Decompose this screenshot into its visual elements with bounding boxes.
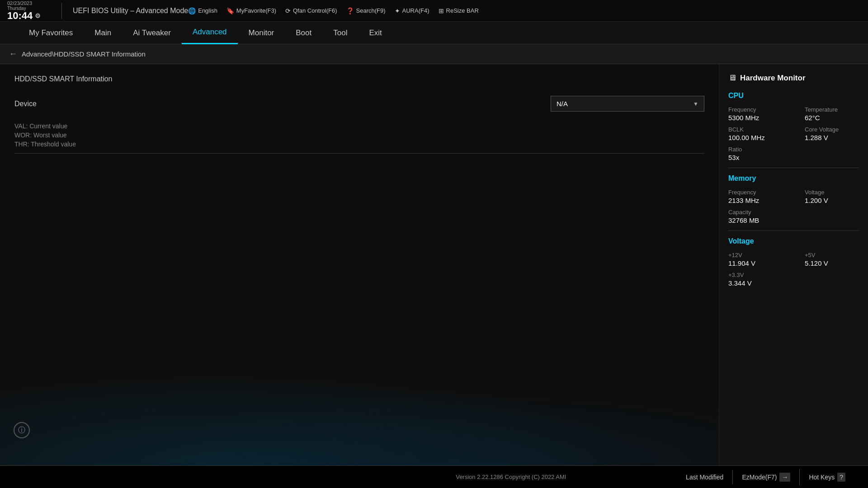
hw-mem-voltage-label: Voltage [805,189,859,196]
bios-title: UEFI BIOS Utility – Advanced Mode [73,7,188,15]
ezmode-button[interactable]: EzMode(F7) → [733,469,800,485]
resizebar-tool[interactable]: ⊞ ReSize BAR [439,7,479,14]
hw-cpu-temperature-col: Temperature 62°C [805,106,859,122]
search-tool[interactable]: ❓ Search(F9) [346,7,386,14]
hw-capacity-col: Capacity 32768 MB [728,209,783,224]
hw-cpu-frequency-value: 5300 MHz [728,114,783,122]
settings-icon[interactable]: ⚙ [35,13,41,19]
hw-ratio-col: Ratio 53x [728,146,783,161]
myfavorite-tool[interactable]: 🔖 MyFavorite(F3) [226,7,276,14]
aura-icon: ✦ [395,7,400,14]
bottom-actions: Last Modified EzMode(F7) → Hot Keys ? [677,469,854,485]
hw-12v-value: 11.904 V [728,259,783,267]
myfavorite-label: MyFavorite(F3) [236,7,276,14]
hw-memory-row-0: Frequency 2133 MHz Voltage 1.200 V [728,189,859,204]
hw-voltage-row-1: +3.3V 3.344 V [728,272,859,287]
aura-tool[interactable]: ✦ AURA(F4) [395,7,429,14]
nav-item-boot[interactable]: Boot [285,22,322,44]
hw-capacity-value: 32768 MB [728,216,783,224]
hw-33v-value: 3.344 V [728,279,783,287]
hw-cpu-frequency-col: Frequency 5300 MHz [728,106,783,122]
info-icon-area: ⓘ [14,422,30,438]
hw-33v-label: +3.3V [728,272,783,278]
hw-5v-value: 5.120 V [805,259,859,267]
device-label: Device [14,100,551,108]
monitor-icon: 🖥 [728,73,736,83]
last-modified-button[interactable]: Last Modified [677,470,733,484]
qfan-tool[interactable]: ⟳ Qfan Control(F6) [285,7,337,14]
time-display: 10:44 ⚙ [7,11,41,21]
nav-item-tool[interactable]: Tool [322,22,358,44]
language-label: English [198,7,217,14]
hw-monitor-title: Hardware Monitor [740,74,806,83]
hotkeys-label: Hot Keys [809,474,835,481]
ezmode-icon: → [779,473,790,482]
hw-mem-frequency-label: Frequency [728,189,783,196]
hw-5v-label: +5V [805,252,859,258]
hw-monitor-sidebar: 🖥 Hardware Monitor CPU Frequency 5300 MH… [719,64,868,465]
legend: VAL: Current value WOR: Worst value THR:… [14,122,704,148]
back-button[interactable]: ← [9,49,17,59]
bg-decoration [0,352,719,465]
version-text: Version 2.22.1286 Copyright (C) 2022 AMI [345,474,677,480]
hw-ratio-label: Ratio [728,146,783,153]
hw-monitor-header: 🖥 Hardware Monitor [728,73,859,83]
hw-voltage-row-0: +12V 11.904 V +5V 5.120 V [728,252,859,267]
nav-item-my-favorites[interactable]: My Favorites [18,22,84,44]
hw-cpu-row-2: Ratio 53x [728,146,859,161]
favorite-icon: 🔖 [226,7,234,14]
logo-area: 02/23/2023 Thursday 10:44 ⚙ UEFI BIOS Ut… [7,0,188,21]
last-modified-label: Last Modified [686,474,723,481]
bottom-bar: Version 2.22.1286 Copyright (C) 2022 AMI… [0,465,868,488]
hw-bclk-col: BCLK 100.00 MHz [728,126,783,141]
hw-cpu-temperature-label: Temperature [805,106,859,113]
resizebar-icon: ⊞ [439,7,444,14]
hw-memory-section-title: Memory [728,174,859,183]
breadcrumb-bar: ← Advanced\HDD/SSD SMART Information [0,44,868,64]
hw-bclk-label: BCLK [728,126,783,133]
hw-core-voltage-value: 1.288 V [805,134,859,141]
hw-capacity-label: Capacity [728,209,783,216]
dropdown-arrow-icon: ▼ [693,101,698,107]
hw-cpu-row-0: Frequency 5300 MHz Temperature 62°C [728,106,859,122]
content-divider [14,153,704,154]
hw-ratio-value: 53x [728,154,783,161]
aura-label: AURA(F4) [402,7,429,14]
hw-mem-voltage-col: Voltage 1.200 V [805,189,859,204]
hw-cpu-frequency-label: Frequency [728,106,783,113]
language-tool[interactable]: 🌐 English [188,7,217,14]
info-button[interactable]: ⓘ [14,422,30,438]
device-value: N/A [557,100,568,108]
legend-val: VAL: Current value [14,122,704,130]
nav-item-exit[interactable]: Exit [358,22,392,44]
hw-cpu-row-1: BCLK 100.00 MHz Core Voltage 1.288 V [728,126,859,141]
device-dropdown[interactable]: N/A ▼ [551,96,704,112]
main-layout: HDD/SSD SMART Information Device N/A ▼ V… [0,64,868,465]
header-bar: 02/23/2023 Thursday 10:44 ⚙ UEFI BIOS Ut… [0,0,868,22]
device-row: Device N/A ▼ [14,96,704,112]
hw-divider-1 [728,168,859,168]
hw-mem-frequency-col: Frequency 2133 MHz [728,189,783,204]
nav-item-main[interactable]: Main [84,22,122,44]
hw-bclk-value: 100.00 MHz [728,134,783,141]
header-tools: 🌐 English 🔖 MyFavorite(F3) ⟳ Qfan Contro… [188,7,861,14]
nav-item-monitor[interactable]: Monitor [238,22,285,44]
hw-12v-label: +12V [728,252,783,258]
hw-mem-voltage-value: 1.200 V [805,197,859,204]
nav-item-advanced[interactable]: Advanced [182,22,238,44]
hw-cpu-temperature-value: 62°C [805,114,859,122]
search-label: Search(F9) [356,7,386,14]
hw-5v-col: +5V 5.120 V [805,252,859,267]
hw-12v-col: +12V 11.904 V [728,252,783,267]
hw-cpu-section-title: CPU [728,92,859,100]
breadcrumb: Advanced\HDD/SSD SMART Information [22,50,146,58]
hw-memory-row-1: Capacity 32768 MB [728,209,859,224]
hw-33v-col: +3.3V 3.344 V [728,272,783,287]
hotkeys-icon: ? [837,473,845,482]
nav-item-ai-tweaker[interactable]: Ai Tweaker [122,22,182,44]
search-icon: ❓ [346,7,354,14]
hw-voltage-section-title: Voltage [728,237,859,245]
hotkeys-button[interactable]: Hot Keys ? [800,469,854,485]
hw-core-voltage-col: Core Voltage 1.288 V [805,126,859,141]
datetime-area: 02/23/2023 Thursday 10:44 ⚙ [7,0,43,21]
